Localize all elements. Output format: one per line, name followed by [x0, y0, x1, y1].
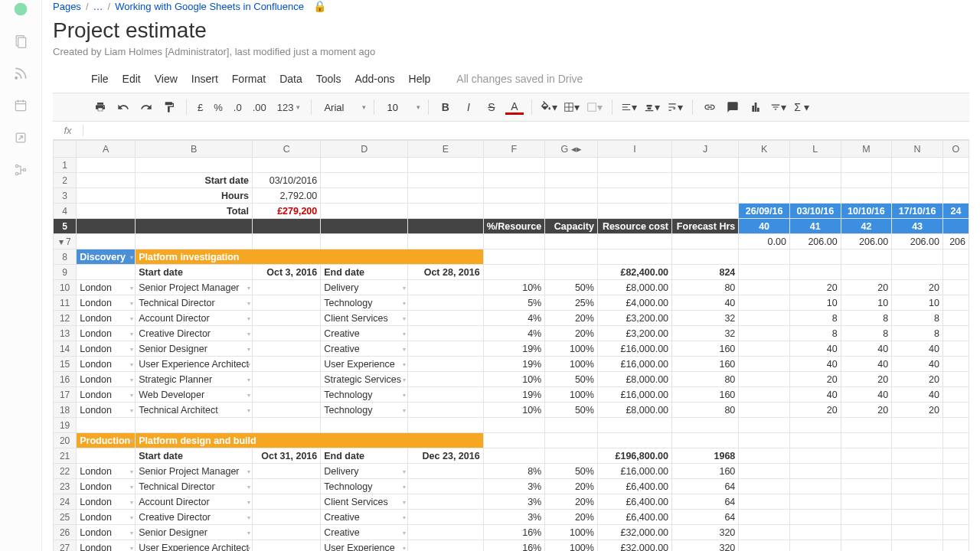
cell[interactable]: Creative Director	[136, 326, 253, 341]
row-header[interactable]: 2	[54, 173, 77, 188]
cell[interactable]: London	[77, 510, 136, 525]
cell[interactable]	[253, 280, 321, 295]
row-header[interactable]: 17	[54, 387, 77, 403]
cell[interactable]	[892, 540, 943, 552]
cell[interactable]	[892, 525, 943, 540]
cell[interactable]: £32,000.00	[597, 525, 671, 540]
cell[interactable]: 10%	[483, 372, 545, 387]
cell[interactable]	[789, 418, 841, 433]
cell[interactable]	[597, 433, 671, 448]
cell[interactable]	[408, 540, 484, 552]
cell[interactable]	[545, 433, 598, 448]
cell[interactable]: Account Director	[136, 494, 253, 510]
cell[interactable]: Strategic Planner	[136, 372, 253, 387]
cell[interactable]: 16%	[483, 540, 545, 552]
cell[interactable]: 206.00	[892, 234, 943, 249]
row-header[interactable]: 10	[54, 280, 77, 295]
cell[interactable]	[739, 448, 790, 464]
cell[interactable]	[321, 418, 408, 433]
cell[interactable]: 19%	[483, 341, 545, 357]
cell[interactable]	[321, 188, 408, 204]
cell[interactable]	[597, 158, 671, 173]
cell[interactable]: 40	[789, 387, 841, 403]
cell[interactable]: £8,000.00	[597, 280, 671, 295]
cell[interactable]: 100%	[545, 357, 598, 372]
cell[interactable]: Account Director	[136, 311, 253, 326]
lock-icon[interactable]: 🔒	[313, 0, 326, 12]
cell[interactable]	[942, 357, 969, 372]
cell[interactable]: 160	[672, 357, 739, 372]
print-icon[interactable]	[91, 98, 109, 116]
row-header[interactable]: 12	[54, 311, 77, 326]
cell[interactable]	[253, 540, 321, 552]
cell[interactable]	[892, 494, 943, 510]
cell[interactable]: 20	[892, 403, 943, 418]
calendar-icon[interactable]	[13, 98, 28, 113]
cell[interactable]	[942, 326, 969, 341]
cell[interactable]: 20	[789, 372, 841, 387]
cell[interactable]	[321, 158, 408, 173]
cell[interactable]	[408, 341, 484, 357]
row-header[interactable]: 9	[54, 265, 77, 280]
cell[interactable]	[253, 479, 321, 494]
cell[interactable]	[672, 204, 739, 219]
cell[interactable]: 160	[672, 341, 739, 357]
row-header[interactable]: ▾ 7	[54, 234, 77, 249]
cell[interactable]: 64	[672, 479, 739, 494]
cell[interactable]: £4,000.00	[597, 295, 671, 311]
row-header[interactable]: 11	[54, 295, 77, 311]
cell[interactable]: London	[77, 479, 136, 494]
cell[interactable]: 19%	[483, 357, 545, 372]
cell[interactable]	[942, 525, 969, 540]
cell[interactable]: 17/10/16	[892, 204, 943, 219]
cell[interactable]	[408, 173, 484, 188]
cell[interactable]	[545, 158, 598, 173]
cell[interactable]	[672, 173, 739, 188]
cell[interactable]	[77, 265, 136, 280]
cell[interactable]	[597, 188, 671, 204]
cell[interactable]: 10	[892, 295, 943, 311]
cell[interactable]	[942, 510, 969, 525]
increase-decimal[interactable]: .00	[250, 102, 270, 113]
cell[interactable]: Hours	[136, 188, 253, 204]
cell[interactable]: 8	[892, 311, 943, 326]
cell[interactable]	[253, 464, 321, 479]
cell[interactable]: 206.00	[789, 234, 841, 249]
cell[interactable]: 20	[841, 403, 892, 418]
cell[interactable]: Creative Director	[136, 510, 253, 525]
cell[interactable]: 20	[789, 403, 841, 418]
cell[interactable]: 206	[942, 234, 969, 249]
cell[interactable]: 3%	[483, 494, 545, 510]
fill-color-icon[interactable]: ▾	[540, 98, 558, 116]
cell[interactable]	[942, 403, 969, 418]
cell[interactable]	[483, 265, 545, 280]
cell[interactable]	[253, 219, 321, 234]
crumb-pages[interactable]: Pages	[53, 1, 81, 12]
h-align-icon[interactable]: ▾	[620, 98, 639, 116]
cell[interactable]	[597, 418, 671, 433]
cell[interactable]	[408, 219, 484, 234]
cell[interactable]	[739, 295, 790, 311]
cell[interactable]: 20%	[545, 510, 598, 525]
cell[interactable]	[483, 448, 545, 464]
cell[interactable]: 20	[841, 280, 892, 295]
insert-link-icon[interactable]	[701, 98, 719, 116]
cell[interactable]	[545, 234, 598, 249]
spreadsheet-grid[interactable]: ABCDEFG ◂▸IJKLMNO 12Start date03/10/2016…	[53, 140, 969, 551]
cell[interactable]: Creative	[321, 525, 408, 540]
cell[interactable]: 40	[841, 357, 892, 372]
cell[interactable]: 25%	[545, 295, 598, 311]
cell[interactable]	[77, 188, 136, 204]
cell[interactable]	[942, 173, 969, 188]
cell[interactable]	[408, 188, 484, 204]
cell[interactable]: 20%	[545, 479, 598, 494]
cell[interactable]: 24	[942, 204, 969, 219]
cell[interactable]	[739, 249, 790, 265]
cell[interactable]: Creative	[321, 326, 408, 341]
cell[interactable]	[545, 418, 598, 433]
cell[interactable]	[77, 219, 136, 234]
cell[interactable]	[408, 403, 484, 418]
cell[interactable]	[408, 204, 484, 219]
cell[interactable]	[253, 387, 321, 403]
cell[interactable]	[77, 173, 136, 188]
